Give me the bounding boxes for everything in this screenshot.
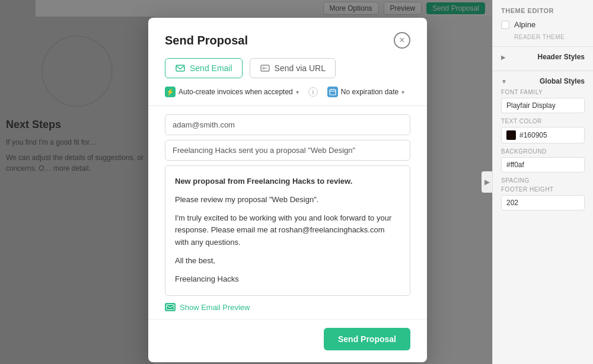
expiration-label: No expiration date — [341, 88, 398, 96]
lightning-icon: ⚡ — [165, 87, 176, 97]
tab-send-email[interactable]: Send Email — [165, 58, 243, 78]
email-heading: New proposal from Freelancing Hacks to r… — [175, 175, 400, 188]
theme-checkbox[interactable] — [501, 21, 509, 29]
theme-editor-sidebar: Theme Editor Alpine READER THEME ▶ Heade… — [492, 0, 593, 364]
theme-name: Alpine — [514, 20, 535, 29]
expiration-option[interactable]: No expiration date ▾ — [327, 87, 404, 97]
sidebar-toggle-icon: ▶ — [484, 178, 490, 186]
svg-rect-3 — [330, 90, 336, 95]
email-line1: Please review my proposal "Web Design". — [175, 194, 400, 206]
font-family-value[interactable]: Playfair Display — [501, 98, 585, 113]
close-icon: × — [399, 36, 404, 45]
font-family-label: FONT FAMILY — [501, 89, 585, 95]
arrow-right-icon: ▶ — [501, 54, 506, 60]
expiration-chevron-icon: ▾ — [401, 89, 404, 95]
url-tab-icon — [260, 64, 270, 72]
send-proposal-modal: Send Proposal × Send Email S — [148, 18, 427, 362]
text-color-swatch — [506, 130, 516, 140]
calendar-icon — [327, 87, 338, 97]
chevron-down-icon: ▾ — [296, 89, 299, 95]
text-color-label: TEXT COLOR — [501, 118, 585, 124]
divider-2 — [493, 71, 593, 71]
close-button[interactable]: × — [394, 32, 410, 49]
header-styles-toggle[interactable]: ▶ Header Styles — [501, 53, 585, 61]
auto-create-label: Auto-create invoices when accepted — [178, 88, 293, 96]
preview-email-icon — [165, 303, 176, 311]
show-preview-row[interactable]: Show Email Preview — [148, 296, 427, 319]
footer-height-value[interactable]: 202 — [501, 195, 585, 210]
modal-footer: Send Proposal — [148, 319, 427, 362]
divider-1 — [493, 46, 593, 47]
subject-field[interactable] — [165, 140, 410, 161]
to-field[interactable] — [165, 114, 410, 135]
auto-create-info-icon[interactable]: i — [308, 87, 318, 97]
text-color-hex: #160905 — [519, 131, 547, 139]
modal-options-row: ⚡ Auto-create invoices when accepted ▾ i… — [148, 78, 427, 106]
send-proposal-button[interactable]: Send Proposal — [324, 328, 410, 350]
header-styles-title: Header Styles — [538, 53, 585, 61]
svg-point-2 — [263, 68, 264, 69]
email-line4: Freelancing Hacks — [175, 273, 400, 286]
text-color-value[interactable]: #160905 — [501, 127, 585, 143]
email-line2: I'm truly excited to be working with you… — [175, 212, 400, 249]
spacing-label: SPACING — [501, 177, 585, 184]
footer-height-label: Footer Height — [501, 186, 585, 193]
auto-create-dropdown[interactable]: ▾ — [296, 89, 299, 95]
sidebar-theme-item[interactable]: Alpine — [493, 17, 593, 33]
background-value[interactable]: #ff0af — [501, 157, 585, 173]
auto-create-option[interactable]: ⚡ Auto-create invoices when accepted ▾ — [165, 87, 299, 97]
reader-theme-label: READER THEME — [493, 33, 593, 44]
email-tab-icon — [175, 64, 186, 72]
modal-tabs: Send Email Send via URL — [148, 49, 427, 78]
arrow-down-icon: ▼ — [501, 78, 507, 85]
sidebar-toggle-button[interactable]: ▶ — [482, 171, 492, 193]
tab-send-url[interactable]: Send via URL — [250, 58, 336, 78]
svg-rect-4 — [167, 305, 174, 310]
email-line3: All the best, — [175, 255, 400, 267]
modal-title: Send Proposal — [165, 34, 248, 47]
global-styles-toggle[interactable]: ▼ Global Styles — [501, 77, 585, 85]
tab-send-email-label: Send Email — [190, 63, 232, 73]
background-label: BACKGROUND — [501, 148, 585, 155]
header-styles-section: ▶ Header Styles — [493, 49, 593, 68]
global-styles-section: ▼ Global Styles FONT FAMILY Playfair Dis… — [493, 74, 593, 219]
tab-send-url-label: Send via URL — [275, 63, 326, 73]
modal-form — [148, 106, 427, 165]
global-styles-title: Global Styles — [540, 77, 585, 85]
email-body: New proposal from Freelancing Hacks to r… — [165, 165, 410, 296]
sidebar-title: Theme Editor — [493, 5, 593, 17]
modal-header: Send Proposal × — [148, 18, 427, 49]
show-preview-label: Show Email Preview — [180, 303, 250, 312]
